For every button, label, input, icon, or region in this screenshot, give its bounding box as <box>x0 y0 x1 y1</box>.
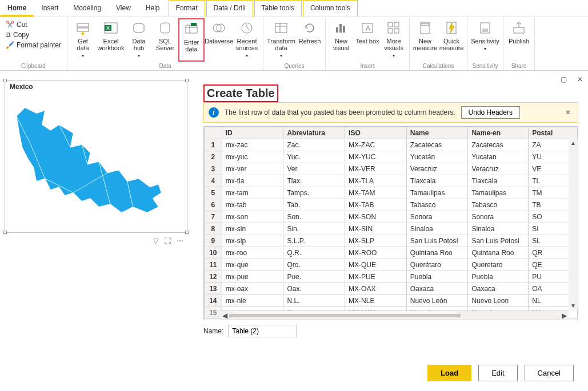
table-row[interactable]: 1mx-zacZac.MX-ZACZacatecasZacatecasZA <box>205 139 578 151</box>
dataverse-icon <box>211 21 226 35</box>
scroll-right-icon[interactable]: ▶ <box>559 312 569 320</box>
table-row[interactable]: 8mx-sinSin.MX-SINSinaloaSinaloaSI <box>205 223 578 235</box>
group-label-clipboard: Clipboard <box>2 62 65 70</box>
tab-help[interactable]: Help <box>138 0 167 17</box>
info-icon: i <box>209 107 219 118</box>
scissors-icon: ✂️ <box>6 21 14 29</box>
svg-point-12 <box>217 24 225 32</box>
column-header[interactable]: Name-en <box>468 127 529 139</box>
column-header[interactable]: Postal <box>529 127 578 139</box>
close-icon[interactable]: ✕ <box>577 75 583 83</box>
cut-button[interactable]: ✂️Cut <box>6 21 61 29</box>
new-measure-button[interactable]: New measure <box>412 18 438 62</box>
transform-data-button[interactable]: Transform data▾ <box>266 18 297 62</box>
scroll-up-icon[interactable]: ▲ <box>570 139 576 148</box>
text-box-icon: A <box>360 21 375 35</box>
cancel-button[interactable]: Cancel <box>525 365 574 381</box>
table-row[interactable]: 14mx-nleN.L.MX-NLENuevo LeónNuevo LeonNL <box>205 295 578 307</box>
visual-toolbar: ▽ ⛶ ⋯ <box>153 237 183 245</box>
focus-icon[interactable]: ⛶ <box>164 237 171 245</box>
table-row[interactable]: 13mx-oaxOax.MX-OAXOaxacaOaxacaOA <box>205 283 578 295</box>
data-hub-button[interactable]: Data hub▾ <box>126 18 152 62</box>
tab-home[interactable]: Home <box>0 0 34 17</box>
table-row[interactable]: 5mx-tamTamps.MX-TAMTamaulipasTamaulipasT… <box>205 187 578 199</box>
svg-rect-30 <box>482 29 488 32</box>
table-row[interactable]: 7mx-sonSon.MX-SONSonoraSonoraSO <box>205 211 578 223</box>
resize-handle[interactable] <box>185 79 189 82</box>
dataverse-button[interactable]: Dataverse <box>205 18 233 62</box>
table-row[interactable]: 11mx-queQro.MX-QUEQuerétaroQueretaroQE <box>205 259 578 271</box>
svg-rect-25 <box>394 29 399 33</box>
text-box-button[interactable]: AText box <box>354 18 381 62</box>
table-row[interactable]: 6mx-tabTab.MX-TABTabascoTabascoTB <box>205 199 578 211</box>
table-row[interactable]: 4mx-tlaTlax.MX-TLATlaxcalaTlaxcalaTL <box>205 175 578 187</box>
load-button[interactable]: Load <box>427 365 471 381</box>
undo-headers-button[interactable]: Undo Headers <box>461 106 520 119</box>
publish-button[interactable]: Publish <box>506 18 532 62</box>
table-row[interactable]: 2mx-yucYuc.MX-YUCYucatánYucatanYU <box>205 151 578 163</box>
svg-rect-24 <box>388 29 393 33</box>
table-row[interactable]: 3mx-verVer.MX-VERVeracruzVeracruzVE <box>205 163 578 175</box>
tab-modeling[interactable]: Modeling <box>66 0 109 17</box>
maximize-icon[interactable]: ▢ <box>561 75 567 83</box>
ribbon: ✂️Cut ⧉Copy 🖌️Format painter Clipboard G… <box>0 17 588 71</box>
vertical-scrollbar[interactable]: ▲ ▼ <box>569 139 578 311</box>
svg-rect-10 <box>191 23 197 26</box>
more-visuals-button[interactable]: More visuals▾ <box>381 18 407 62</box>
filter-icon[interactable]: ▽ <box>153 237 158 245</box>
column-header[interactable]: ID <box>222 127 283 139</box>
column-header[interactable]: Abreviatura <box>283 127 345 139</box>
edit-button[interactable]: Edit <box>478 365 517 381</box>
group-sensitivity: Sensitivity▾ Sensitivity <box>467 17 503 70</box>
svg-text:X: X <box>106 25 110 31</box>
svg-rect-7 <box>186 25 197 33</box>
svg-rect-27 <box>422 23 429 26</box>
info-close-icon[interactable]: ✕ <box>563 108 573 116</box>
scroll-down-icon[interactable]: ▼ <box>570 301 576 311</box>
tab-format[interactable]: Format <box>169 0 205 17</box>
new-visual-button[interactable]: New visual <box>328 18 354 62</box>
sql-server-button[interactable]: SQL Server <box>152 18 178 62</box>
scroll-left-icon[interactable]: ◀ <box>220 312 229 320</box>
excel-workbook-button[interactable]: XExcel workbook <box>96 18 126 62</box>
format-painter-button[interactable]: 🖌️Format painter <box>6 41 61 49</box>
copy-button[interactable]: ⧉Copy <box>6 31 61 39</box>
column-header[interactable]: ISO <box>345 127 407 139</box>
enter-data-button[interactable]: Enter data <box>178 18 205 62</box>
tab-view[interactable]: View <box>109 0 138 17</box>
sql-icon <box>158 21 173 35</box>
sensitivity-button[interactable]: Sensitivity▾ <box>470 18 501 62</box>
resize-handle[interactable] <box>3 231 7 234</box>
quick-measure-button[interactable]: Quick measure <box>438 18 465 62</box>
excel-icon: X <box>103 21 118 35</box>
tab-data-drill[interactable]: Data / Drill <box>206 0 253 17</box>
refresh-button[interactable]: Refresh <box>297 18 323 62</box>
publish-icon <box>511 21 526 35</box>
svg-rect-23 <box>394 22 399 27</box>
column-header[interactable]: Name <box>406 127 468 139</box>
transform-icon <box>274 21 289 35</box>
table-row[interactable]: 10mx-rooQ.R.MX-ROOQuintana RooQuintana R… <box>205 247 578 259</box>
table-row[interactable]: 9mx-slpS.L.P.MX-SLPSan Luis PotosíSan Lu… <box>205 235 578 247</box>
table-name-input[interactable] <box>228 325 297 337</box>
recent-sources-button[interactable]: Recent sources▾ <box>233 18 261 62</box>
group-label-insert: Insert <box>328 62 407 70</box>
tab-insert[interactable]: Insert <box>34 0 66 17</box>
more-icon[interactable]: ⋯ <box>177 237 183 245</box>
get-data-icon <box>75 21 90 35</box>
horizontal-scrollbar[interactable]: ◀ ▶ <box>220 311 569 320</box>
tab-column-tools[interactable]: Column tools <box>303 0 358 17</box>
tab-table-tools[interactable]: Table tools <box>254 0 302 17</box>
table-row[interactable]: 12mx-puePue.MX-PUEPueblaPueblaPU <box>205 271 578 283</box>
svg-rect-14 <box>275 23 287 33</box>
resize-handle[interactable] <box>185 231 189 234</box>
refresh-icon <box>302 21 317 35</box>
svg-point-11 <box>213 24 221 32</box>
data-grid[interactable]: IDAbreviaturaISONameName-enPostal 1mx-za… <box>203 126 578 320</box>
get-data-button[interactable]: Get data▾ <box>70 18 96 62</box>
map-visual[interactable]: Mexico ▽ ⛶ ⋯ <box>5 80 187 233</box>
dialog-title: Create Table <box>207 87 275 100</box>
name-label: Name: <box>203 327 223 335</box>
resize-handle[interactable] <box>3 79 7 82</box>
info-bar: i The first row of data that you pasted … <box>203 102 578 123</box>
